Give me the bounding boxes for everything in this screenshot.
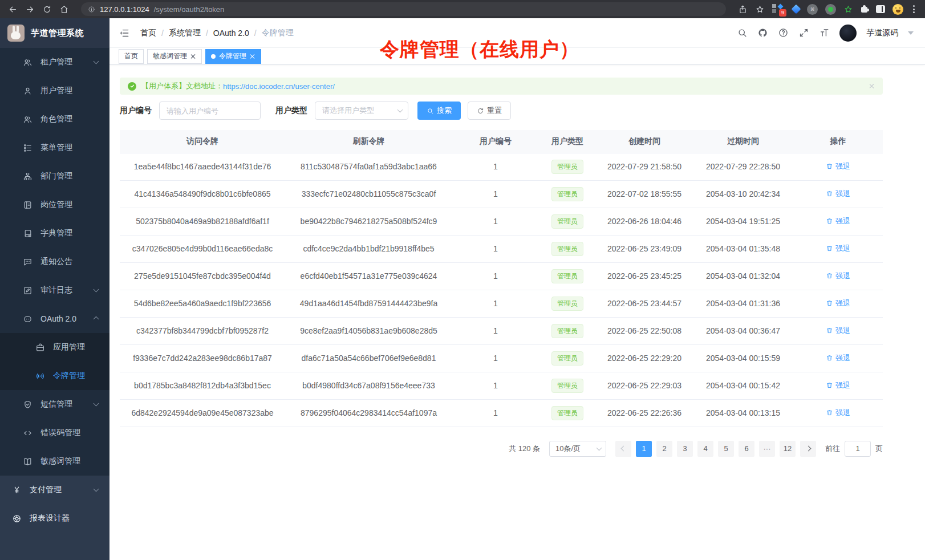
gem-extension-icon[interactable] — [792, 5, 801, 14]
sidebar-item[interactable]: 部门管理 — [0, 162, 109, 190]
force-logout-button[interactable]: 强退 — [826, 326, 850, 336]
browser-home-icon[interactable] — [59, 5, 69, 14]
force-logout-button[interactable]: 强退 — [826, 271, 850, 281]
sidebar-item[interactable]: OAuth 2.0 — [0, 305, 109, 333]
page-button[interactable]: ··· — [759, 441, 775, 457]
doc-link[interactable]: https://doc.iocoder.cn/user-center/ — [223, 82, 335, 91]
username[interactable]: 芋道源码 — [866, 28, 898, 38]
force-logout-button[interactable]: 强退 — [826, 216, 850, 226]
side-panel-icon[interactable] — [876, 5, 885, 13]
tag-close-icon[interactable] — [250, 54, 255, 59]
extensions-cluster-icon[interactable]: 9 — [772, 3, 785, 15]
filter-form: 用户编号 用户类型 请选择用户类型 搜索 重置 — [120, 102, 883, 120]
sidebar-item-label: 菜单管理 — [40, 143, 72, 153]
force-logout-button[interactable]: 强退 — [826, 189, 850, 199]
sidebar-item[interactable]: 错误码管理 — [0, 419, 109, 447]
tab-tag[interactable]: 敏感词管理 — [147, 49, 202, 64]
sidebar-item[interactable]: 租户管理 — [0, 48, 109, 76]
sidebar-item[interactable]: 字典管理 — [0, 219, 109, 247]
user-type-select[interactable]: 请选择用户类型 — [315, 102, 408, 120]
created-time-cell: 2022-06-25 23:45:25 — [596, 262, 693, 290]
browser-back-icon[interactable] — [8, 5, 18, 14]
breadcrumb-item[interactable]: OAuth 2.0 / — [213, 29, 262, 38]
search-button[interactable]: 搜索 — [417, 102, 461, 120]
sidebar-item[interactable]: 报表设计器 — [0, 504, 109, 533]
user-avatar[interactable] — [839, 25, 857, 42]
breadcrumb-item[interactable]: 系统管理 / — [169, 28, 213, 38]
breadcrumb-item[interactable]: 首页 / — [140, 28, 169, 38]
created-time-cell: 2022-06-26 18:04:46 — [596, 208, 693, 235]
bookmark-star-icon[interactable] — [755, 5, 765, 14]
address-bar[interactable]: 127.0.0.1:1024/system/oauth2/token — [81, 2, 726, 16]
sidebar-item[interactable]: 菜单管理 — [0, 133, 109, 162]
share-icon[interactable] — [738, 5, 748, 14]
page-button[interactable]: 4 — [697, 441, 713, 457]
prev-page-button[interactable] — [615, 441, 631, 457]
user-menu-caret-icon[interactable] — [908, 31, 914, 35]
user-id-label: 用户编号 — [120, 105, 152, 116]
sidebar-item-label: 岗位管理 — [40, 200, 72, 210]
sidebar-item-label: 通知公告 — [40, 257, 72, 267]
page-size-select[interactable]: 10条/页 — [549, 441, 606, 457]
force-logout-button[interactable]: 强退 — [826, 380, 850, 391]
force-logout-button[interactable]: 强退 — [826, 298, 850, 309]
sidebar-item-label: 字典管理 — [40, 228, 72, 238]
tag-close-icon[interactable] — [190, 54, 196, 59]
dept-icon — [23, 172, 33, 181]
sidebar-item[interactable]: 支付管理 — [0, 476, 109, 504]
column-header: 操作 — [793, 130, 883, 153]
page-button[interactable]: 6 — [739, 441, 754, 457]
refresh-token-cell: b0df4980ffd34c67a08f9156e4eee733 — [285, 372, 452, 399]
green-star-extension-icon[interactable] — [843, 5, 853, 14]
user-id-input[interactable] — [159, 102, 261, 120]
expire-time-cell: 2054-03-04 00:15:59 — [693, 344, 793, 372]
tab-tag[interactable]: 首页 — [119, 49, 144, 64]
goto-page-input[interactable] — [845, 441, 871, 457]
force-logout-button[interactable]: 强退 — [826, 408, 850, 418]
header-search-icon[interactable] — [737, 27, 748, 38]
browser-reload-icon[interactable] — [42, 5, 52, 14]
sidebar-toggle-icon[interactable] — [119, 27, 130, 39]
access-token-cell: 6d842e2924594de9a09e45e087323abe — [120, 399, 285, 427]
recorder-extension-icon[interactable] — [825, 4, 836, 15]
site-info-icon[interactable] — [88, 6, 95, 13]
chevron-icon — [94, 486, 99, 492]
sidebar-item-label: 错误码管理 — [40, 428, 80, 438]
browser-menu-icon[interactable] — [911, 4, 917, 14]
alert-close-icon[interactable] — [869, 83, 875, 89]
user-id-cell: 1 — [452, 399, 539, 427]
puzzle-extension-icon[interactable] — [861, 5, 869, 13]
breadcrumb-item[interactable]: 令牌管理 — [262, 28, 294, 38]
sidebar-item[interactable]: 短信管理 — [0, 390, 109, 419]
app-logo[interactable]: 芋道管理系统 — [0, 18, 109, 48]
sidebar-item[interactable]: 审计日志 — [0, 276, 109, 305]
emoji-extension-icon[interactable] — [892, 4, 903, 15]
force-logout-button[interactable]: 强退 — [826, 244, 850, 254]
report-icon — [12, 514, 22, 524]
sidebar-item[interactable]: 通知公告 — [0, 247, 109, 276]
table-row: b0d1785bc3a8482f812db4a3f3bd15ec b0df498… — [120, 372, 883, 399]
sidebar-item[interactable]: 令牌管理 — [0, 362, 109, 390]
font-size-icon[interactable] — [819, 27, 830, 38]
sidebar-item[interactable]: 用户管理 — [0, 76, 109, 105]
sidebar-item[interactable]: 岗位管理 — [0, 190, 109, 219]
page-button[interactable]: 1 — [636, 441, 652, 457]
tab-tag[interactable]: 令牌管理 — [205, 49, 261, 64]
force-logout-button[interactable]: 强退 — [826, 161, 850, 172]
table-row: 41c41346a548490f9dc8b01c6bfe0865 333ecfc… — [120, 180, 883, 208]
sidebar-item[interactable]: 角色管理 — [0, 105, 109, 133]
github-icon[interactable] — [757, 27, 768, 38]
fullscreen-icon[interactable] — [798, 27, 809, 38]
force-logout-button[interactable]: 强退 — [826, 353, 850, 363]
sidebar-item[interactable]: 敏感词管理 — [0, 447, 109, 476]
command-extension-icon[interactable]: ⌘ — [807, 4, 818, 15]
page-button[interactable]: 12 — [780, 441, 796, 457]
help-icon[interactable] — [778, 27, 789, 38]
page-button[interactable]: 2 — [656, 441, 672, 457]
sidebar-item[interactable]: 应用管理 — [0, 333, 109, 362]
page-button[interactable]: 3 — [677, 441, 693, 457]
page-button[interactable]: 5 — [718, 441, 734, 457]
next-page-button[interactable] — [800, 441, 816, 457]
browser-forward-icon[interactable] — [25, 5, 35, 14]
reset-button[interactable]: 重置 — [468, 102, 511, 120]
